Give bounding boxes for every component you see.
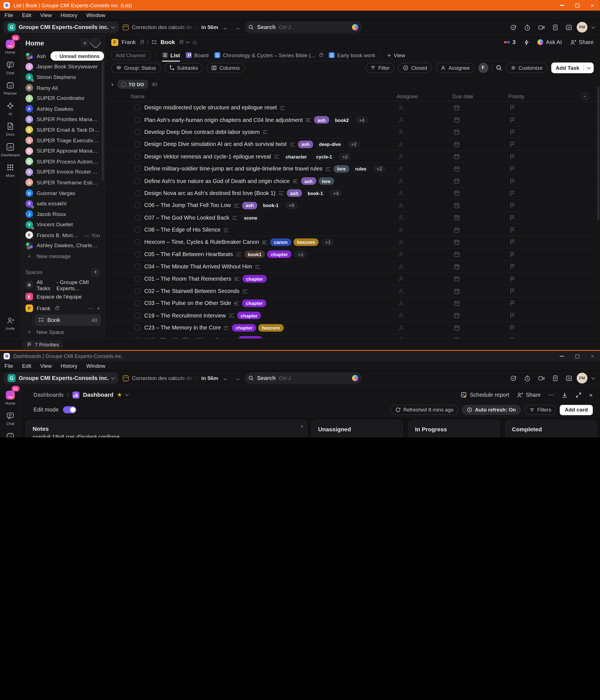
assignee-cell[interactable]: [398, 117, 453, 123]
task-check-icon[interactable]: [510, 24, 517, 31]
dm-row[interactable]: V Vincent Ouellet: [21, 219, 104, 230]
tag[interactable]: chapter: [238, 336, 262, 339]
collapse-caret-icon[interactable]: ▾: [111, 82, 113, 87]
task-row[interactable]: C18 – The City That Skips a Beat chapter: [111, 334, 600, 338]
breadcrumb-list[interactable]: Book: [161, 39, 175, 46]
assignee-cell[interactable]: [398, 337, 453, 339]
filters-button[interactable]: Filters: [524, 405, 556, 415]
task-status-icon[interactable]: [135, 288, 141, 294]
more-tags-pill[interactable]: +2: [373, 165, 386, 172]
menu-item[interactable]: Window: [86, 363, 105, 369]
task-name[interactable]: C08 – The Edge of His Silence: [144, 227, 221, 233]
automation-icon[interactable]: [524, 39, 530, 45]
task-name[interactable]: Develop Deep Dive contract debt-labor sy…: [144, 129, 260, 135]
task-row[interactable]: C06 – The Jump That Fell Too Low ashbook…: [111, 199, 600, 212]
search-input[interactable]: Search Ctrl J: [245, 372, 362, 384]
rail-item[interactable]: 31 Home: [0, 388, 21, 408]
assignee-cell[interactable]: [398, 251, 453, 258]
assignee-cell[interactable]: [398, 275, 453, 282]
task-status-icon[interactable]: [135, 325, 141, 331]
tag[interactable]: book-1: [260, 202, 282, 209]
priority-cell[interactable]: [509, 166, 600, 172]
favorite-star-icon[interactable]: ★: [117, 392, 122, 398]
assignee-cell[interactable]: [398, 190, 453, 197]
assignee-cell[interactable]: [398, 264, 453, 270]
assignee-cell[interactable]: [398, 153, 453, 160]
tag[interactable]: deep-dive: [315, 141, 344, 148]
add-channel-button[interactable]: Add Channel: [111, 51, 150, 60]
task-row[interactable]: Design Vektor nemesis and cycle-1 epilog…: [111, 151, 600, 163]
timer-icon[interactable]: [524, 375, 531, 381]
task-status-icon[interactable]: [135, 251, 141, 257]
close-button[interactable]: ×: [585, 351, 600, 361]
task-status-icon[interactable]: [135, 117, 141, 123]
user-avatar[interactable]: FM: [577, 373, 587, 383]
timer-icon[interactable]: [524, 24, 531, 31]
task-name[interactable]: C04 – The Minute That Arrived Without Hi…: [144, 264, 252, 270]
share-button[interactable]: Share: [570, 39, 594, 45]
task-row[interactable]: C03 – The Pulse on the Other Side chapte…: [111, 297, 600, 310]
sidebar-item-book[interactable]: Book 40: [35, 314, 101, 326]
priority-cell[interactable]: [509, 202, 600, 208]
more-tags-pill[interactable]: +2: [339, 153, 351, 160]
assignee-cell[interactable]: [398, 141, 453, 148]
stat-card[interactable]: In Progress 14 tasks: [408, 420, 500, 438]
priority-cell[interactable]: [509, 141, 600, 147]
task-name[interactable]: C01 – The Room That Remembers: [144, 276, 232, 282]
calendar-event[interactable]: Correction des calculs de ch in 56m: [123, 375, 218, 381]
assignee-cell[interactable]: [398, 129, 453, 135]
columns-button[interactable]: Columns: [207, 63, 245, 73]
tag[interactable]: hexcore: [293, 238, 318, 246]
chevron-down-icon[interactable]: [186, 40, 190, 44]
maximize-button[interactable]: [570, 0, 585, 10]
tab-doc-early-book-work[interactable]: Early book work: [329, 49, 375, 61]
filter-button[interactable]: Filter: [365, 63, 395, 73]
user-avatar[interactable]: FM: [577, 22, 587, 32]
dm-row[interactable]: S SUPER Priorities Manager: [21, 114, 104, 125]
task-row[interactable]: Design Nova arc as Ash’s destined first …: [111, 188, 600, 200]
task-name[interactable]: Design Vektor nemesis and cycle-1 epilog…: [144, 153, 271, 159]
task-status-icon[interactable]: [135, 141, 141, 147]
due-date-cell[interactable]: [453, 312, 508, 319]
workspace-switcher[interactable]: G Groupe CMI Experts-Conseils inc.: [4, 22, 119, 33]
new-space-button[interactable]: +New Space: [21, 327, 104, 337]
assignee-cell[interactable]: [398, 239, 453, 246]
dm-row[interactable]: F Francis B. Morissette — You: [21, 230, 104, 241]
task-status-icon[interactable]: [135, 202, 141, 208]
tag[interactable]: character: [282, 153, 310, 160]
due-date-cell[interactable]: [453, 178, 508, 184]
sidebar-item-frank[interactable]: F Frank ⋯+: [21, 303, 104, 315]
tag[interactable]: book2: [331, 116, 352, 124]
close-button[interactable]: ×: [585, 0, 600, 10]
tag[interactable]: ash: [314, 116, 330, 124]
priority-cell[interactable]: [509, 153, 600, 159]
menu-item[interactable]: File: [4, 12, 13, 18]
task-row[interactable]: C01 – The Room That Remembers chapter: [111, 273, 600, 285]
tag[interactable]: chapter: [232, 324, 256, 331]
dm-row[interactable]: S SUPER Invoice Router Agent: [21, 167, 104, 177]
column-assignee[interactable]: Assignee: [397, 94, 453, 99]
due-date-cell[interactable]: [453, 300, 508, 307]
add-space-button[interactable]: +: [91, 268, 100, 277]
tag[interactable]: rules: [352, 165, 370, 172]
due-date-cell[interactable]: [453, 251, 508, 258]
priority-cell[interactable]: [509, 117, 600, 123]
viewers-indicator[interactable]: 3: [504, 39, 516, 45]
dashboards-icon[interactable]: [566, 375, 572, 381]
tag[interactable]: chapter: [267, 251, 291, 258]
tag[interactable]: book-1: [304, 190, 327, 197]
task-row[interactable]: Develop Deep Dive contract debt-labor sy…: [111, 126, 600, 139]
tag[interactable]: ash: [287, 190, 302, 197]
rail-item[interactable]: Dashboard: [0, 139, 21, 160]
task-row[interactable]: Design misdirected cycle structure and e…: [111, 102, 600, 114]
menu-item[interactable]: History: [61, 363, 77, 369]
calendar-event[interactable]: Correction des calculs de ch in 56m: [123, 24, 218, 30]
tag[interactable]: hexcore: [258, 324, 283, 331]
task-name[interactable]: C02 – The Stairwell Between Seconds: [144, 288, 240, 294]
tag[interactable]: cycle-1: [313, 153, 336, 160]
priority-cell[interactable]: [509, 337, 600, 338]
task-status-icon[interactable]: [135, 312, 141, 319]
due-date-cell[interactable]: [453, 288, 508, 294]
doc-icon[interactable]: [552, 375, 558, 381]
task-row[interactable]: Define Ash's true nature as God of Death…: [111, 175, 600, 188]
